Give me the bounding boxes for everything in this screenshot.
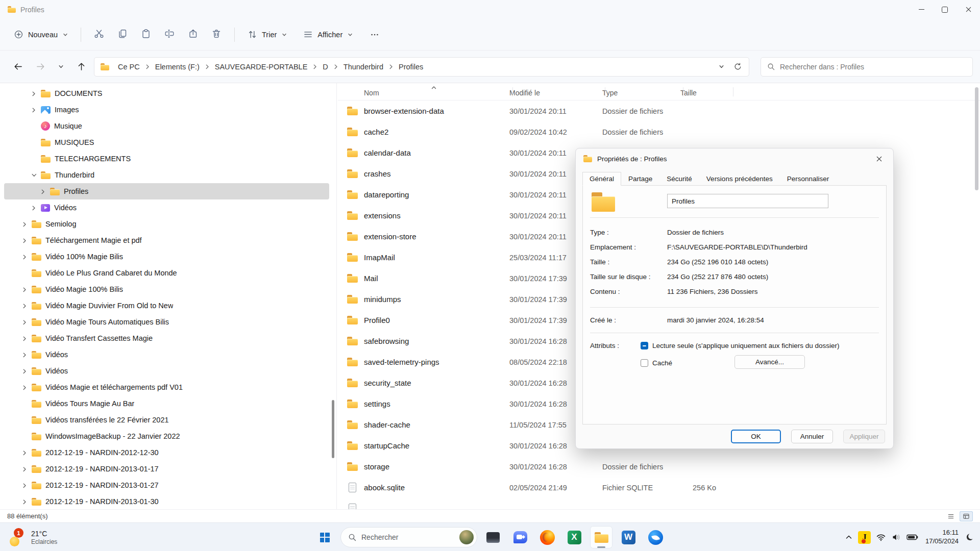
- column-header-nom[interactable]: Nom: [338, 89, 509, 97]
- up-button[interactable]: [71, 57, 91, 77]
- view-button[interactable]: Afficher: [297, 25, 359, 44]
- delete-button[interactable]: [205, 24, 228, 45]
- share-button[interactable]: [181, 24, 205, 45]
- sidebar-item-vid-os-magie-et-t-l-chargements-pdf-v01[interactable]: Vidéos Magie et téléchargements pdf V01: [4, 379, 329, 395]
- sidebar-item-vid-o-magie-duvivier-from-old-to-new[interactable]: Vidéo Magie Duvivier From Old to New: [4, 297, 329, 314]
- column-header-modifi-le[interactable]: Modifié le: [509, 89, 602, 97]
- chevron-right-icon[interactable]: [20, 285, 29, 293]
- cut-button[interactable]: [87, 24, 111, 45]
- sidebar-item-semiolog[interactable]: Semiolog: [4, 216, 329, 232]
- close-button[interactable]: [957, 0, 980, 19]
- clock[interactable]: 16:11 17/05/2024: [925, 529, 959, 546]
- refresh-button[interactable]: [730, 60, 745, 74]
- chevron-right-icon[interactable]: [20, 253, 29, 261]
- sidebar-item-vid-os-tours-magie-au-bar[interactable]: Vidéos Tours Magie Au Bar: [4, 395, 329, 412]
- chevron-right-icon[interactable]: [20, 367, 29, 375]
- start-button[interactable]: [313, 526, 336, 548]
- tray-app-button[interactable]: J: [855, 527, 873, 547]
- taskbar-app-word[interactable]: [617, 526, 640, 548]
- battery-button[interactable]: [904, 527, 921, 547]
- hidden-checkbox[interactable]: [641, 359, 648, 367]
- new-button[interactable]: Nouveau: [7, 25, 75, 44]
- file-row[interactable]: browser-extension-data30/01/2024 20:11Do…: [338, 101, 980, 121]
- taskbar-app-thunderbird[interactable]: [644, 526, 667, 548]
- sidebar-item-2012-12-19-nardin-2012-12-30[interactable]: 2012-12-19 - NARDIN-2012-12-30: [4, 444, 329, 461]
- chevron-right-icon[interactable]: [20, 481, 29, 489]
- breadcrumb-item-elements-f[interactable]: Elements (F:): [152, 61, 203, 73]
- sidebar-item-vid-o-100-magie-bilis[interactable]: Vidéo 100% Magie Bilis: [4, 248, 329, 265]
- widgets-button[interactable]: 1 21°C Eclaircies: [5, 523, 61, 551]
- advanced-button[interactable]: Avancé...: [734, 355, 805, 369]
- taskbar-app-chat[interactable]: [509, 526, 531, 548]
- sidebar-item-profiles[interactable]: Profiles: [4, 183, 329, 199]
- tab-s-curit[interactable]: Sécurité: [659, 172, 699, 186]
- chevron-right-icon[interactable]: [20, 465, 29, 473]
- sidebar-item-vid-o-magie-100-bilis[interactable]: Vidéo Magie 100% Bilis: [4, 281, 329, 297]
- sidebar-item-vid-os-transf-r-es-le-22-f-vrier-2021[interactable]: Vidéos transférées le 22 Février 2021: [4, 412, 329, 428]
- folder-name-input[interactable]: [667, 194, 828, 208]
- readonly-checkbox[interactable]: [641, 342, 648, 349]
- sidebar-scrollbar[interactable]: [332, 400, 334, 458]
- network-button[interactable]: [873, 527, 889, 547]
- taskbar-app-dark-app[interactable]: [482, 526, 504, 548]
- file-row[interactable]: cache209/02/2024 10:42Dossier de fichier…: [338, 121, 980, 142]
- sort-button[interactable]: Trier: [241, 25, 293, 44]
- list-view-toggle[interactable]: [944, 511, 958, 521]
- sidebar-item-windowsimagebackup-22-janvier-2022[interactable]: WindowsImageBackup - 22 Janvier 2022: [4, 428, 329, 444]
- sidebar-item-vid-os[interactable]: Vidéos: [4, 363, 329, 379]
- sidebar-item-vid-os[interactable]: Vidéos: [4, 199, 329, 216]
- file-row[interactable]: abook.sqlite02/05/2024 21:49Fichier SQLI…: [338, 477, 980, 498]
- paste-button[interactable]: [134, 24, 158, 45]
- chevron-right-icon[interactable]: [20, 448, 29, 457]
- chevron-right-icon[interactable]: [20, 220, 29, 228]
- cancel-button[interactable]: Annuler: [791, 430, 833, 443]
- copy-button[interactable]: [111, 24, 134, 45]
- taskbar-search-button[interactable]: Rechercher: [340, 527, 477, 547]
- maximize-button[interactable]: [933, 0, 957, 19]
- column-separator[interactable]: [512, 87, 513, 96]
- breadcrumb-item-sauvegarde-portable[interactable]: SAUVEGARDE-PORTABLE: [211, 61, 311, 73]
- tab-g-n-ral[interactable]: Général: [582, 172, 621, 186]
- rename-button[interactable]: [158, 24, 181, 45]
- taskbar-app-explorer[interactable]: [590, 526, 612, 548]
- dialog-close-button[interactable]: [869, 152, 889, 166]
- details-view-toggle[interactable]: [960, 511, 973, 521]
- focus-assist-button[interactable]: [963, 527, 977, 547]
- apply-button[interactable]: Appliquer: [843, 430, 885, 443]
- taskbar-app-excel[interactable]: [563, 526, 585, 548]
- minimize-button[interactable]: [910, 0, 933, 19]
- sidebar-item-vid-o-magie-tours-automatiques-bilis[interactable]: Vidéo Magie Tours Automatiques Bilis: [4, 314, 329, 330]
- chevron-right-icon[interactable]: [20, 302, 29, 310]
- sidebar-item-musiques[interactable]: MUSIQUES: [4, 134, 329, 151]
- volume-button[interactable]: [889, 527, 904, 547]
- sidebar-item-telechargements[interactable]: TELECHARGEMENTS: [4, 151, 329, 167]
- breadcrumb-item-d[interactable]: D: [319, 61, 331, 73]
- tab-partage[interactable]: Partage: [621, 172, 659, 186]
- chevron-right-icon[interactable]: [30, 106, 38, 114]
- sidebar-item-vid-o-transfert-cassettes-magie[interactable]: Vidéo Transfert Cassettes Magie: [4, 330, 329, 346]
- tray-chevron-up-button[interactable]: [842, 527, 855, 547]
- file-list-scrollbar[interactable]: [975, 87, 978, 190]
- chevron-right-icon[interactable]: [20, 334, 29, 342]
- back-button[interactable]: [8, 57, 28, 77]
- chevron-right-icon[interactable]: [20, 497, 29, 506]
- column-separator[interactable]: [683, 87, 683, 96]
- sidebar-item-images[interactable]: Images: [4, 102, 329, 118]
- recent-locations-button[interactable]: [53, 57, 68, 77]
- column-separator[interactable]: [733, 87, 733, 96]
- sidebar-item-vid-os[interactable]: Vidéos: [4, 346, 329, 363]
- more-options-button[interactable]: [364, 24, 385, 45]
- sidebar-item-vid-o-le-plus-grand-cabaret-du-monde[interactable]: Vidéo Le Plus Grand Cabaret du Monde: [4, 265, 329, 281]
- chevron-right-icon[interactable]: [39, 187, 47, 195]
- sidebar-item-t-l-chargement-magie-et-pdf[interactable]: Téléchargement Magie et pdf: [4, 232, 329, 248]
- forward-button[interactable]: [31, 57, 50, 77]
- column-header-taille[interactable]: Taille: [680, 89, 727, 97]
- sidebar-item-2012-12-19-nardin-2013-01-27[interactable]: 2012-12-19 - NARDIN-2013-01-27: [4, 477, 329, 493]
- chevron-right-icon[interactable]: [20, 350, 29, 359]
- sidebar-item-thunderbird[interactable]: Thunderbird: [4, 167, 329, 183]
- breadcrumb-item-ce-pc[interactable]: Ce PC: [114, 61, 143, 73]
- breadcrumb-item-thunderbird[interactable]: Thunderbird: [340, 61, 387, 73]
- tab-personnaliser[interactable]: Personnaliser: [780, 172, 837, 186]
- address-bar[interactable]: Ce PCElements (F:)SAUVEGARDE-PORTABLEDTh…: [94, 57, 749, 77]
- column-header-type[interactable]: Type: [602, 89, 680, 97]
